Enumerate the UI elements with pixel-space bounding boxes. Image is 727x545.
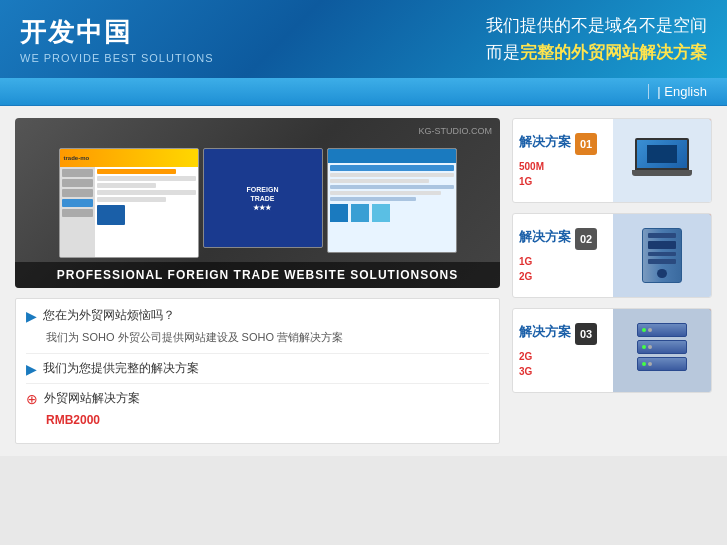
content-image [97,205,125,225]
sidebar-item [62,209,93,217]
server-led-off [648,328,652,332]
solution-card-3[interactable]: NEW 解决方案 03 2G 3G [512,308,712,393]
sidebar-item [62,169,93,177]
sub-text-1: 我们为 SOHO 外贸公司提供网站建设及 SOHO 营销解决方案 [46,331,343,343]
server-unit [637,357,687,371]
info-row-1: ▶ 您在为外贸网站烦恼吗？ [26,307,489,324]
server-unit [637,323,687,337]
right-panel: NEW 解决方案 01 500M 1G [512,118,712,444]
navbar: | English [0,78,727,106]
content-line [330,179,429,183]
slogan-line2: 而是完整的外贸网站解决方案 [486,39,707,66]
english-link[interactable]: | English [648,84,707,99]
watermark: KG-STUDIO.COM [419,126,493,136]
info-text-1: 您在为外贸网站烦恼吗？ [43,307,175,324]
screen3-top [328,149,456,163]
laptop-base [632,170,692,176]
divider-2 [26,383,489,384]
solution-title-row-1: 解决方案 01 [519,133,607,155]
tower-drive [648,241,676,249]
hero-label: PROFESSIONAL FOREIGN TRADE WEBSITE SOLUT… [15,262,500,288]
solution-specs-1: 500M 1G [519,159,607,189]
screen-content [95,167,198,258]
solution-card-2[interactable]: NEW 解决方案 02 1G 2G [512,213,712,298]
logo-subtitle: WE PROVIDE BEST SOLUTIONS [20,52,214,64]
content-line [330,197,417,201]
server-led-off [648,362,652,366]
main-content: trade-mo [0,106,727,456]
content-line [97,197,166,202]
screen3-body [328,163,456,224]
server-icon [637,323,687,378]
info-price: RMB2000 [46,413,489,427]
tower-button [657,269,667,278]
server-led [642,345,646,349]
spec2-2: 2G [519,271,532,282]
thumb [372,204,390,222]
server-led [642,362,646,366]
screen3-thumbnails [330,204,454,222]
solution-num-2: 02 [575,228,597,250]
tower-slot [648,259,676,264]
spec1-1: 500M [519,161,544,172]
header-slogan: 我们提供的不是域名不是空间 而是完整的外贸网站解决方案 [486,12,707,66]
info-row-3: ⊕ 外贸网站解决方案 [26,390,489,407]
screen-body [60,167,198,258]
solution-num-1: 01 [575,133,597,155]
content-line [330,185,454,189]
screen-2: FOREIGNTRADE★★★ [203,148,323,248]
logo: 开发中国 WE PROVIDE BEST SOLUTIONS [20,15,214,64]
content-line [97,176,196,181]
solution-card-1[interactable]: NEW 解决方案 01 500M 1G [512,118,712,203]
thumb [330,204,348,222]
content-line [330,165,454,171]
divider-1 [26,353,489,354]
arrow-icon-1: ▶ [26,308,37,324]
screen-sidebar [60,167,95,258]
slogan-highlight: 完整的外贸网站解决方案 [520,43,707,62]
solution-image-1 [613,119,711,202]
server-led [642,328,646,332]
slogan-prefix: 而是 [486,43,520,62]
info-section: ▶ 您在为外贸网站烦恼吗？ 我们为 SOHO 外贸公司提供网站建设及 SOHO … [15,298,500,444]
slogan-line1: 我们提供的不是域名不是空间 [486,12,707,39]
content-line [97,183,156,188]
screen-3 [327,148,457,253]
content-line [330,191,442,195]
tower-slot [648,252,676,257]
price-label: RMB2000 [46,413,100,427]
spec1-3: 2G [519,351,532,362]
solution-image-3 [613,309,711,392]
solution-num-3: 03 [575,323,597,345]
laptop-display [647,145,677,163]
solution-title-2: 解决方案 [519,228,571,246]
solution-title-1: 解决方案 [519,133,571,151]
spec1-2: 1G [519,256,532,267]
header: 开发中国 WE PROVIDE BEST SOLUTIONS 我们提供的不是域名… [0,0,727,78]
info-row-2: ▶ 我们为您提供完整的解决方案 [26,360,489,377]
content-line [97,190,196,195]
tower-slot [648,233,676,238]
content-line [330,173,454,177]
sidebar-item [62,189,93,197]
info-sub-1: 我们为 SOHO 外贸公司提供网站建设及 SOHO 营销解决方案 [46,330,489,345]
solution-title-3: 解决方案 [519,323,571,341]
solution-info-2: 解决方案 02 1G 2G [513,214,613,297]
screen-1: trade-mo [59,148,199,258]
logo-title: 开发中国 [20,15,214,50]
solution-title-row-2: 解决方案 02 [519,228,607,250]
info-text-3: 外贸网站解决方案 [44,390,140,407]
sidebar-item [62,199,93,207]
arrow-icon-2: ▶ [26,361,37,377]
sidebar-item [62,179,93,187]
laptop-icon [632,138,692,183]
screen2-title: FOREIGNTRADE★★★ [247,185,279,212]
tower-icon [642,228,682,283]
spec2-1: 1G [519,176,532,187]
solution-info-3: 解决方案 03 2G 3G [513,309,613,392]
thumb [351,204,369,222]
solution-specs-2: 1G 2G [519,254,607,284]
left-panel: trade-mo [15,118,500,444]
solution-image-2 [613,214,711,297]
arrow-icon-red: ⊕ [26,391,38,407]
